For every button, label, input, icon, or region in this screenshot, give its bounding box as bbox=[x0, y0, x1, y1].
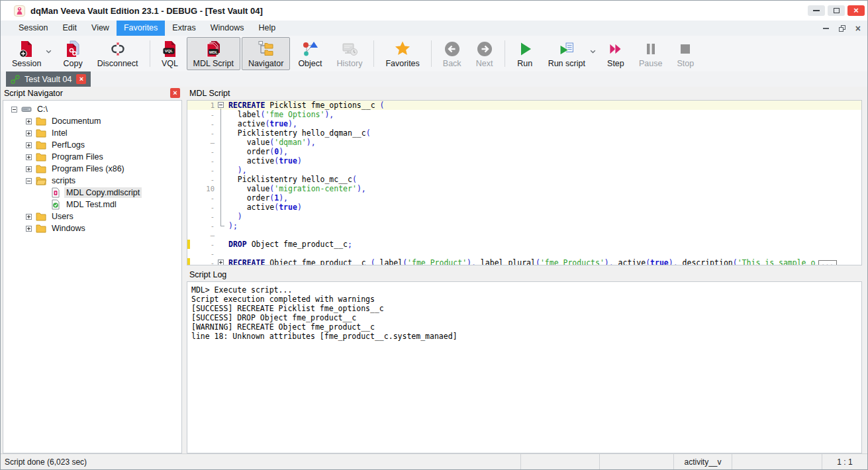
mdi-close-button[interactable]: × bbox=[855, 24, 861, 32]
tree-row[interactable]: Users bbox=[3, 211, 181, 222]
tree-row[interactable]: MDL Test.mdl bbox=[3, 199, 181, 211]
toolbar-button-disconnect[interactable]: Disconnect bbox=[91, 37, 145, 70]
line-number: - bbox=[190, 128, 217, 138]
toolbar-button-label: Next bbox=[476, 59, 493, 68]
mdi-minimize-button[interactable] bbox=[823, 28, 829, 29]
expander-plus-icon[interactable] bbox=[26, 130, 32, 136]
toolbar-button-copy[interactable]: Copy bbox=[56, 37, 89, 70]
code-line[interactable]: - ) bbox=[187, 212, 861, 221]
tree-item-label[interactable]: MDL Copy.mdlscript bbox=[64, 187, 142, 198]
minimize-button[interactable] bbox=[808, 5, 825, 16]
fold-collapse-icon[interactable] bbox=[218, 102, 224, 108]
tree-row[interactable]: scripts bbox=[3, 175, 181, 187]
code-line[interactable]: - ), bbox=[187, 165, 861, 175]
tree-item-label[interactable]: Windows bbox=[50, 223, 87, 234]
toolbar-button-favorites[interactable]: Favorites bbox=[379, 37, 426, 70]
code-line[interactable]: - active(true) bbox=[187, 203, 861, 212]
fold-margin[interactable] bbox=[217, 258, 226, 265]
expander-plus-icon[interactable] bbox=[26, 142, 32, 148]
tree-item-label[interactable]: Program Files bbox=[50, 152, 105, 162]
menu-item-windows[interactable]: Windows bbox=[203, 21, 252, 36]
code-line[interactable]: -DROP Object fme_product__c; bbox=[187, 240, 861, 249]
code-line[interactable]: – bbox=[187, 230, 861, 240]
fold-ellipsis[interactable]: ... bbox=[818, 260, 836, 265]
toolbar-button-run-script[interactable]: Run script bbox=[542, 37, 599, 70]
tree-row[interactable]: Documentum bbox=[3, 115, 181, 127]
expander-plus-icon[interactable] bbox=[26, 226, 32, 232]
toolbar-button-object[interactable]: Object bbox=[291, 37, 328, 70]
tree-row[interactable]: Intel bbox=[3, 127, 181, 139]
expander-minus-icon[interactable] bbox=[26, 178, 32, 184]
expander-plus-icon[interactable] bbox=[26, 214, 32, 220]
next-icon bbox=[476, 40, 493, 58]
tab-close-button[interactable]: × bbox=[76, 74, 86, 84]
menu-item-edit[interactable]: Edit bbox=[55, 21, 84, 36]
code-line[interactable]: - order(0), bbox=[187, 147, 861, 156]
folder-icon bbox=[36, 128, 46, 138]
tree-item-label[interactable]: Program Files (x86) bbox=[50, 164, 126, 174]
mdl-script-icon: MDL bbox=[205, 40, 222, 58]
tree-row[interactable]: Program Files bbox=[3, 151, 181, 163]
expander-plus-icon[interactable] bbox=[26, 118, 32, 124]
tree-row[interactable]: Program Files (x86) bbox=[3, 163, 181, 175]
tree-row[interactable]: Windows bbox=[3, 222, 181, 234]
toolbar-button-step[interactable]: Step bbox=[601, 37, 631, 70]
mdl-script-editor[interactable]: 1RECREATE Picklist fme_options__c (- lab… bbox=[187, 100, 862, 265]
toolbar-button-stop[interactable]: Stop bbox=[670, 37, 700, 70]
tree-row[interactable]: MDL Copy.mdlscript bbox=[3, 187, 181, 199]
toolbar-button-next[interactable]: Next bbox=[469, 37, 500, 70]
tree-item-label[interactable]: scripts bbox=[50, 175, 77, 186]
script-navigator-close-button[interactable]: × bbox=[170, 88, 180, 98]
navigator-icon bbox=[258, 40, 275, 58]
toolbar-button-mdl-script[interactable]: MDLMDL Script bbox=[187, 37, 240, 70]
toolbar-button-navigator[interactable]: Navigator bbox=[242, 37, 291, 70]
code-line[interactable]: 1RECREATE Picklist fme_options__c ( bbox=[187, 101, 861, 110]
mdi-restore-button[interactable] bbox=[839, 25, 845, 32]
menu-item-favorites[interactable]: Favorites bbox=[117, 21, 165, 36]
tab-test-vault-04[interactable]: Test Vault 04× bbox=[6, 71, 91, 87]
maximize-button[interactable] bbox=[828, 5, 845, 16]
tree-item-label[interactable]: MDL Test.mdl bbox=[64, 199, 119, 210]
menu-item-view[interactable]: View bbox=[84, 21, 117, 36]
code-line[interactable]: - order(1), bbox=[187, 193, 861, 203]
code-line[interactable]: - Picklistentry hello_mc__c( bbox=[187, 175, 861, 184]
code-line[interactable]: -); bbox=[187, 221, 861, 230]
tree-item-label[interactable]: C:\ bbox=[35, 104, 50, 115]
menu-item-extras[interactable]: Extras bbox=[165, 21, 203, 36]
toolbar-button-vql[interactable]: VQLVQL bbox=[155, 37, 185, 70]
expander-minus-icon[interactable] bbox=[11, 107, 17, 113]
toolbar-button-pause[interactable]: Pause bbox=[632, 37, 669, 70]
tree-item-label[interactable]: Intel bbox=[50, 128, 70, 138]
menu-item-help[interactable]: Help bbox=[251, 21, 283, 36]
expander-plus-icon[interactable] bbox=[26, 154, 32, 160]
menu-item-session[interactable]: Session bbox=[11, 21, 55, 36]
tree-row[interactable]: PerfLogs bbox=[3, 139, 181, 151]
script-navigator-tree[interactable]: C:\DocumentumIntelPerfLogsProgram FilesP… bbox=[3, 100, 182, 453]
code-line[interactable]: - active(true) bbox=[187, 156, 861, 165]
tree-item-label[interactable]: Documentum bbox=[50, 116, 103, 126]
toolbar-button-run[interactable]: Run bbox=[510, 37, 540, 70]
toolbar-button-label: Session bbox=[12, 59, 41, 68]
tree-item-label[interactable]: Users bbox=[50, 211, 75, 222]
code-line[interactable]: -RECREATE Object fme_product__c ( label(… bbox=[187, 258, 861, 265]
toolbar-button-back[interactable]: Back bbox=[436, 37, 468, 70]
fold-expand-icon[interactable] bbox=[218, 259, 224, 265]
toolbar-button-session[interactable]: Session bbox=[5, 37, 55, 70]
tree-row[interactable]: C:\ bbox=[3, 103, 181, 115]
toolbar: SessionCopyDisconnectVQLVQLMDLMDL Script… bbox=[1, 36, 867, 71]
code-line[interactable]: 10 value('migration-center'), bbox=[187, 184, 861, 193]
tree-item-label[interactable]: PerfLogs bbox=[50, 140, 87, 150]
script-log-output[interactable]: MDL> Execute script...Script execution c… bbox=[187, 281, 862, 453]
chevron-down-icon[interactable] bbox=[46, 46, 52, 56]
code-line[interactable]: - active(true), bbox=[187, 119, 861, 128]
code-line[interactable]: – value('dqman'), bbox=[187, 138, 861, 147]
toolbar-button-label: VQL bbox=[162, 59, 178, 68]
expander-plus-icon[interactable] bbox=[26, 166, 32, 172]
code-line[interactable]: - bbox=[187, 249, 861, 258]
close-button[interactable]: × bbox=[847, 5, 865, 16]
chevron-down-icon[interactable] bbox=[590, 46, 596, 56]
fold-margin[interactable] bbox=[217, 101, 226, 110]
code-line[interactable]: - Picklistentry hello_dqman__c( bbox=[187, 128, 861, 138]
toolbar-button-history[interactable]: History bbox=[330, 37, 369, 70]
code-line[interactable]: - label('fme Options'), bbox=[187, 110, 861, 119]
